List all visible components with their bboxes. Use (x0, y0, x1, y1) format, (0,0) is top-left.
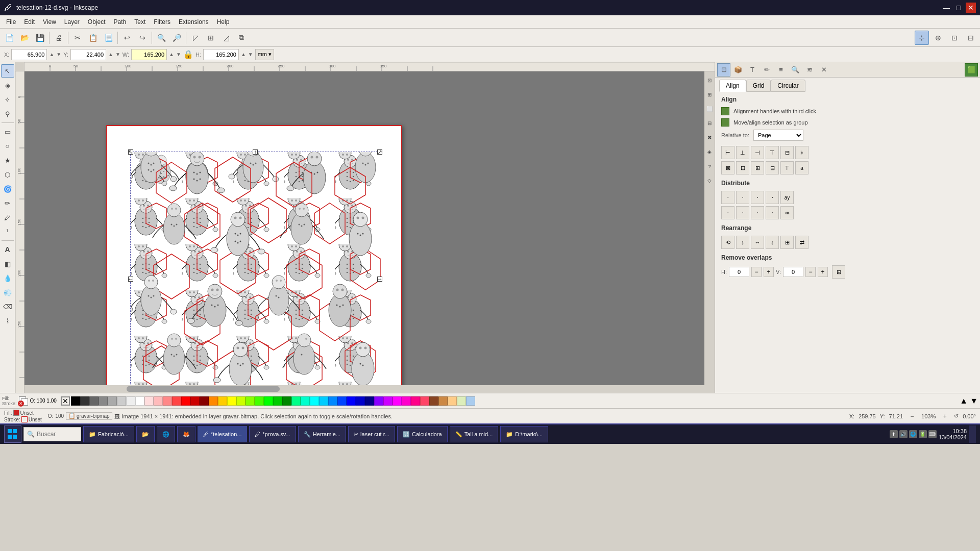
dist-center-v-btn[interactable]: ⬝ (736, 206, 749, 219)
handle-tm[interactable]: ↑ (253, 149, 258, 155)
align-br-btn[interactable]: ◿ (219, 31, 233, 45)
arrange-btn[interactable]: ⧉ (234, 31, 249, 45)
color-swatch[interactable] (301, 396, 310, 406)
snap-5-btn[interactable]: ✖ (703, 131, 715, 144)
align-left-edge-btn[interactable]: ⊢ (721, 146, 734, 159)
v-overlap-input[interactable] (783, 267, 803, 277)
sys-icon-3[interactable]: 🌐 (909, 430, 917, 438)
prova-taskbar-btn[interactable]: 🖊 *prova.sv... (249, 426, 296, 442)
align-bottom-edge-btn[interactable]: ⊧ (795, 146, 808, 159)
color-swatch[interactable] (135, 396, 144, 406)
color-swatch[interactable] (402, 396, 411, 406)
panel-color-btn[interactable]: 🟩 (965, 63, 978, 77)
dist-right-btn[interactable]: ⬝ (751, 191, 764, 204)
redo-btn[interactable]: ↪ (135, 31, 150, 45)
color-swatch[interactable] (80, 396, 89, 406)
menu-extensions[interactable]: Extensions (175, 17, 213, 27)
x-input[interactable] (11, 49, 47, 60)
search-input[interactable] (37, 431, 78, 438)
color-swatch[interactable] (365, 396, 374, 406)
rearrange-2-btn[interactable]: ↕ (736, 236, 749, 249)
v-overlap-plus[interactable]: + (818, 267, 828, 277)
color-swatch[interactable] (347, 396, 356, 406)
align-center-btn[interactable]: ⊞ (204, 31, 218, 45)
print-btn[interactable]: 🖨 (52, 31, 66, 45)
align-right-edge-btn[interactable]: ⊣ (751, 146, 764, 159)
mario-taskbar-btn[interactable]: 📁 D:\mario\... (500, 426, 548, 442)
align-tc-btn[interactable]: ⊡ (736, 161, 749, 174)
3d-tool-btn[interactable]: ⬡ (1, 168, 14, 181)
h-scrollbar-thumb[interactable] (127, 386, 280, 392)
object-props-btn[interactable]: ≡ (774, 63, 788, 77)
color-swatch[interactable] (374, 396, 383, 406)
color-swatch[interactable] (71, 396, 80, 406)
color-swatch[interactable] (264, 396, 273, 406)
canvas-inner[interactable]: ↖ ↑ ↗ ← → ↙ ↓ ↘ (24, 71, 715, 393)
grid-tab[interactable]: Grid (746, 80, 771, 92)
color-swatch[interactable] (99, 396, 108, 406)
open-btn[interactable]: 📂 (17, 31, 32, 45)
color-swatch[interactable] (218, 396, 227, 406)
rearrange-6-btn[interactable]: ⇄ (795, 236, 808, 249)
rect-tool-btn[interactable]: ▭ (1, 125, 14, 138)
menu-layer[interactable]: Layer (60, 17, 84, 27)
color-swatch[interactable] (420, 396, 429, 406)
align-tl-btn[interactable]: ⊠ (721, 161, 734, 174)
new-btn[interactable]: 📄 (2, 31, 16, 45)
color-swatch[interactable] (117, 396, 126, 406)
color-swatch[interactable] (163, 396, 172, 406)
handle-tr[interactable]: ↗ (377, 149, 382, 155)
h-overlap-minus[interactable]: − (751, 267, 762, 277)
tall-taskbar-btn[interactable]: 📏 Tall a mid... (450, 426, 499, 442)
gradient-tool-btn[interactable]: ◧ (1, 257, 14, 270)
no-color-swatch[interactable]: ✕ (61, 396, 70, 406)
undo-btn[interactable]: ↩ (120, 31, 134, 45)
show-desktop-btn[interactable] (969, 425, 976, 443)
color-swatch[interactable] (89, 396, 99, 406)
color-swatch[interactable] (310, 396, 319, 406)
zoom-tool-btn[interactable]: ⚲ (1, 107, 14, 120)
text-tool-btn[interactable]: A (1, 243, 14, 256)
align-panel-btn[interactable]: ⊡ (717, 63, 730, 77)
y-down[interactable]: ▼ (115, 52, 120, 57)
h-down[interactable]: ▼ (248, 52, 253, 57)
snap-grid-btn[interactable]: ⊡ (947, 31, 962, 45)
y-input[interactable] (70, 49, 106, 60)
select-tool-btn[interactable]: ↖ (1, 64, 14, 78)
color-swatch[interactable] (319, 396, 328, 406)
dropper-tool-btn[interactable]: 💧 (1, 271, 14, 285)
snap-main-btn[interactable]: ⊹ (915, 31, 929, 45)
taskbar-search[interactable]: 🔍 (23, 427, 81, 441)
color-swatch[interactable] (255, 396, 264, 406)
dist-bottom-btn[interactable]: ⬝ (751, 206, 764, 219)
dist-left-btn[interactable]: ⬝ (721, 191, 734, 204)
snap-6-btn[interactable]: ◈ (703, 145, 715, 158)
maximize-btn[interactable]: □ (953, 3, 964, 13)
snap-7-btn[interactable]: ▿ (703, 159, 715, 172)
h-overlap-input[interactable] (729, 267, 749, 277)
align-top-edge-btn[interactable]: ⊤ (766, 146, 779, 159)
menu-file[interactable]: File (2, 17, 20, 27)
menu-help[interactable]: Help (213, 17, 234, 27)
tweak-tool-btn[interactable]: ⟡ (1, 93, 14, 106)
handle-mr[interactable]: → (377, 277, 382, 282)
snap-2-btn[interactable]: ⊞ (703, 88, 715, 101)
h-overlap-plus[interactable]: + (764, 267, 774, 277)
w-up[interactable]: ▲ (169, 52, 174, 57)
dist-ay-btn[interactable]: ay (780, 191, 794, 204)
browser-taskbar-btn[interactable]: 🌐 (157, 426, 175, 442)
color-swatch[interactable] (246, 396, 255, 406)
start-btn[interactable] (4, 425, 21, 443)
relative-to-select[interactable]: Page Drawing Selection First Selected La… (753, 130, 803, 141)
align-ml-btn[interactable]: ⊟ (766, 161, 779, 174)
w-input[interactable] (131, 49, 167, 60)
herramie-taskbar-btn[interactable]: 🔧 Herramie... (298, 426, 346, 442)
color-swatch[interactable] (154, 396, 163, 406)
save-btn[interactable]: 💾 (33, 31, 47, 45)
palette-scroll-down[interactable]: ▼ (970, 396, 978, 406)
snap-3-btn[interactable]: ⬜ (703, 102, 715, 115)
firefox-taskbar-btn[interactable]: 🦊 (177, 426, 195, 442)
color-swatch[interactable] (209, 396, 218, 406)
h-scrollbar[interactable] (24, 385, 704, 393)
cut-btn[interactable]: ✂ (70, 31, 85, 45)
